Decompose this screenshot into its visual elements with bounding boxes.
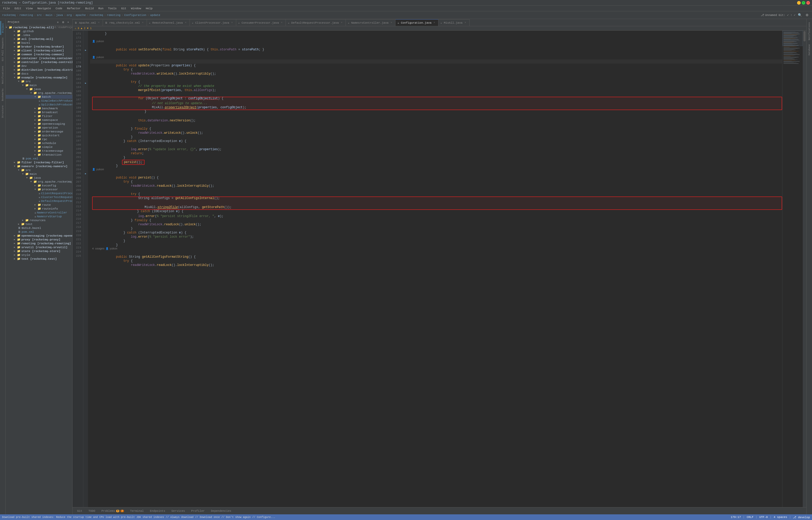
- tab-apache-xml[interactable]: 🗎 Apache.xml ×: [73, 19, 103, 26]
- tab-close-remotechannel[interactable]: ×: [184, 21, 187, 25]
- menu-help[interactable]: Help: [144, 6, 155, 10]
- breadcrumb-configuration[interactable]: Configuration: [124, 14, 146, 17]
- tree-filter[interactable]: ▶ 📁 filter: [6, 114, 72, 118]
- tree-schedule[interactable]: ▶ 📁 schedule: [6, 141, 72, 145]
- tab-remotechannel[interactable]: ☕ RemoteChannel.java ×: [147, 19, 190, 26]
- tree-filter-module[interactable]: ▶ 📁 filter [rocketmq-filter]: [6, 160, 72, 164]
- tree-routeinfo[interactable]: ▶ 📁 routeinfo: [6, 207, 72, 211]
- tree-openmessaging-module[interactable]: ▶ 📁 openmessaging [rocketmq-openmessagin…: [6, 234, 72, 238]
- tab-consumerprocessor[interactable]: ☕ ConsumerProcessor.java ×: [236, 19, 286, 26]
- menu-view[interactable]: View: [24, 6, 35, 10]
- right-tab-notifications[interactable]: Notifications: [807, 20, 811, 42]
- tree-pomxml[interactable]: 🗎 pom.xml: [6, 157, 72, 160]
- tab-mixall[interactable]: ☕ MixAll.java ×: [438, 19, 470, 26]
- menu-git[interactable]: Git: [119, 6, 128, 10]
- tab-close-defaultrequest[interactable]: ×: [340, 21, 344, 25]
- tree-container[interactable]: ▶ 📁 container [rocketmq-container]: [6, 56, 72, 60]
- tree-srvutil[interactable]: ▶ 📁 srvutil [rocketmq-srvutil]: [6, 245, 72, 249]
- tree-benchmark[interactable]: ▶ 📁 benchmark: [6, 106, 72, 110]
- tree-idea[interactable]: ▶ 📁 .idea: [6, 33, 72, 37]
- tree-operation[interactable]: ▶ 📁 operation: [6, 126, 72, 130]
- menu-code[interactable]: Code: [53, 6, 64, 10]
- tree-buildbazel[interactable]: 🗎 BUILD.bazel: [6, 226, 72, 230]
- tree-ordermessage[interactable]: ▶ 📁 ordermessage: [6, 130, 72, 133]
- tree-dev[interactable]: ▶ 📁 dev: [6, 64, 72, 68]
- tab-configuration[interactable]: ☕ Configuration.java ×: [396, 19, 438, 26]
- breadcrumb-java[interactable]: java: [56, 14, 63, 17]
- tree-common[interactable]: ▶ 📁 common [rocketmq-common]: [6, 52, 72, 56]
- tree-main[interactable]: ▼ 📁 main: [6, 83, 72, 87]
- code-editor[interactable]: } 👤 yukon public void setStorePath(final…: [88, 31, 782, 507]
- tree-client[interactable]: ▶ 📁 client [rocketmq-client]: [6, 49, 72, 52]
- tree-defaultrequestprocessor[interactable]: ☕ DefaultRequestProcessor: [6, 199, 72, 203]
- tree-clientrequestprocessor[interactable]: ☕ ClientRequestProcessor: [6, 191, 72, 195]
- vertical-scrollbar[interactable]: [803, 31, 806, 507]
- tree-namesrv-main[interactable]: ▼ 📁 main: [6, 172, 72, 176]
- tree-namesrvstartup[interactable]: ☕ NamesrvStartup: [6, 214, 72, 218]
- minimize-button[interactable]: –: [797, 1, 801, 5]
- bottom-tab-profiler[interactable]: Profiler: [188, 509, 207, 513]
- left-tab-notifications[interactable]: Notifications: [1, 64, 5, 86]
- tab-close-clientprocessor[interactable]: ×: [230, 21, 234, 25]
- tree-kvconfig[interactable]: ▶ 📁 kvconfig: [6, 184, 72, 187]
- tree-bazel[interactable]: ▶ 📁 bazel: [6, 41, 72, 45]
- tree-namesrvcontroller[interactable]: ☕ NamesrvController: [6, 211, 72, 214]
- tree-org-rocketmq[interactable]: ▼ 📁 org.apache.rocketmq.example: [6, 91, 72, 95]
- left-tab-pull-requests[interactable]: Git Pull Requests: [1, 35, 5, 63]
- menu-build[interactable]: Build: [83, 6, 96, 10]
- tree-distribution[interactable]: ▶ 📁 distribution [rocketmq-distribution]: [6, 68, 72, 72]
- menu-tools[interactable]: Tools: [106, 6, 119, 10]
- tree-style[interactable]: ▶ 📁 style: [6, 253, 72, 257]
- tree-test[interactable]: ▶ 📁 test: [6, 222, 72, 226]
- tree-clustertestrequestprocessor[interactable]: ☕ ClusterTestRequestProcessor: [6, 195, 72, 199]
- project-tree[interactable]: ▼ 📁 rocketmq [rocketmq-all] E:\CodeProje…: [6, 25, 72, 514]
- breadcrumb-rocketmq2[interactable]: rocketmq: [90, 14, 103, 17]
- close-button[interactable]: ×: [806, 1, 810, 5]
- maximize-button[interactable]: +: [802, 1, 805, 5]
- menu-file[interactable]: File: [1, 6, 12, 10]
- search-everywhere-button[interactable]: 🔍: [797, 12, 803, 18]
- tab-close-consumerprocessor[interactable]: ×: [280, 21, 283, 25]
- tab-close-checkstyle[interactable]: ×: [141, 21, 145, 25]
- menu-navigate[interactable]: Navigate: [35, 6, 53, 10]
- tree-transaction[interactable]: ▶ 📁 transaction: [6, 153, 72, 157]
- menu-window[interactable]: Window: [129, 6, 143, 10]
- left-tab-project[interactable]: Project: [1, 21, 5, 35]
- tree-namesrv-java[interactable]: ▼ 📁 java: [6, 176, 72, 180]
- breadcrumb-apache[interactable]: apache: [76, 14, 86, 17]
- breadcrumb-rocketmq[interactable]: rocketmq: [2, 14, 16, 17]
- tree-github[interactable]: ▶ 📁 .github: [6, 29, 72, 33]
- bottom-tab-problems[interactable]: Problems 8 2: [99, 509, 127, 513]
- tree-store[interactable]: ▶ 📁 store [rocketmq-store]: [6, 249, 72, 253]
- menu-run[interactable]: Run: [96, 6, 105, 10]
- tree-resources[interactable]: ▶ 📁 resources: [6, 218, 72, 222]
- tree-namesrv[interactable]: ▼ 📁 namesrv [rocketmq-namesrv]: [6, 164, 72, 168]
- tab-close-configuration[interactable]: ×: [432, 21, 436, 25]
- tree-docs[interactable]: ▶ 📁 docs: [6, 72, 72, 76]
- tab-close-namesrv[interactable]: ×: [389, 21, 393, 25]
- tab-rmq-checkstyle[interactable]: 🗎 rmq_checkstyle.xml ×: [103, 19, 147, 26]
- menu-edit[interactable]: Edit: [12, 6, 23, 10]
- tree-simple[interactable]: ▶ 📁 simple: [6, 145, 72, 149]
- tree-remoting[interactable]: ▶ 📁 remoting [rocketmq-remoting]: [6, 241, 72, 245]
- right-tab-database[interactable]: Database: [807, 42, 811, 57]
- tree-route[interactable]: ▶ 📁 route: [6, 203, 72, 207]
- breadcrumb-org[interactable]: org: [67, 14, 72, 17]
- tree-test-module[interactable]: ▶ 📁 test [rocketmq-test]: [6, 257, 72, 261]
- tree-controller[interactable]: ▶ 📁 controller [rocketmq-controller]: [6, 60, 72, 64]
- tree-broadcast[interactable]: ▶ 📁 broadcast: [6, 110, 72, 114]
- breadcrumb-update[interactable]: update: [150, 14, 160, 17]
- sidebar-close-button[interactable]: ×: [66, 20, 70, 24]
- sidebar-collapse-button[interactable]: ≡: [56, 20, 60, 24]
- tab-close-apache[interactable]: ×: [97, 21, 101, 25]
- scrollbar-thumb[interactable]: [804, 31, 806, 42]
- left-tab-structure[interactable]: Structure: [1, 103, 5, 120]
- tree-acl[interactable]: ▶ 📁 acl [rocketmq-acl]: [6, 37, 72, 41]
- tree-simplebatch[interactable]: ☕ SimpleBatchProducer: [6, 99, 72, 103]
- tree-broker[interactable]: ▶ 📁 broker [rocketmq-broker]: [6, 45, 72, 49]
- tree-src[interactable]: ▼ 📁 src: [6, 79, 72, 83]
- menu-refactor[interactable]: Refactor: [65, 6, 83, 10]
- tree-namespace[interactable]: ▶ 📁 namespace: [6, 118, 72, 122]
- tree-proxy[interactable]: ▶ 📁 proxy [rocketmq-proxy]: [6, 238, 72, 241]
- tree-rpc[interactable]: ▶ 📁 rpc: [6, 137, 72, 141]
